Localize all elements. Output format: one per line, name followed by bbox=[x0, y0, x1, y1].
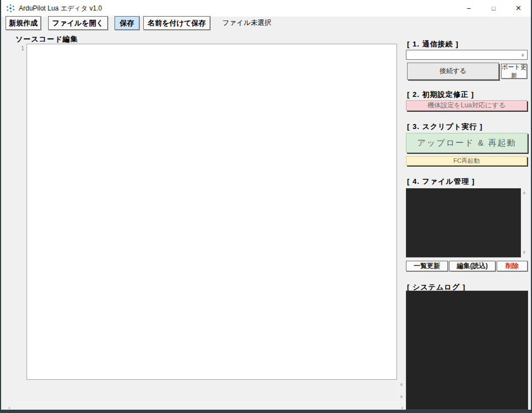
section-connection-header: [ 1. 通信接続 ] bbox=[407, 39, 458, 49]
connect-button[interactable]: 接続する bbox=[407, 63, 499, 80]
scroll-right-icon[interactable]: › bbox=[401, 405, 403, 410]
file-status-label: ファイル未選択 bbox=[222, 16, 272, 30]
delete-button[interactable]: 削除 bbox=[497, 261, 528, 271]
maximize-icon: □ bbox=[492, 5, 496, 12]
minimize-icon: − bbox=[466, 4, 471, 13]
open-file-button[interactable]: ファイルを開く bbox=[48, 16, 108, 30]
edit-load-button[interactable]: 編集(読込) bbox=[449, 261, 496, 271]
new-file-button[interactable]: 新規作成 bbox=[6, 16, 41, 30]
save-as-button[interactable]: 名前を付けて保存 bbox=[143, 16, 210, 30]
titlebar: ArduPilot Lua エディタ v1.0 − □ × bbox=[1, 0, 531, 17]
maximize-button[interactable]: □ bbox=[481, 0, 506, 17]
port-combobox[interactable]: ∨ bbox=[406, 50, 528, 60]
port-refresh-button[interactable]: ポート更新 bbox=[501, 64, 527, 79]
editor-vertical-scrollbar[interactable]: ∧ ∨ bbox=[397, 380, 406, 402]
close-button[interactable]: × bbox=[506, 0, 531, 17]
app-logo-dots-icon bbox=[6, 4, 15, 13]
scroll-down-icon[interactable]: ∨ bbox=[400, 395, 403, 399]
section-initial-settings-header: [ 2. 初期設定修正 ] bbox=[407, 90, 474, 100]
scroll-up-icon[interactable]: ∧ bbox=[523, 191, 526, 195]
scroll-down-icon[interactable]: ∨ bbox=[523, 250, 526, 255]
system-log-output bbox=[406, 291, 528, 410]
save-button[interactable]: 保存 bbox=[114, 16, 139, 30]
section-file-management-header: [ 4. ファイル管理 ] bbox=[407, 177, 475, 187]
list-refresh-button[interactable]: 一覧更新 bbox=[406, 261, 448, 271]
app-window: ArduPilot Lua エディタ v1.0 − □ × 新規作成 ファイルを… bbox=[1, 0, 531, 410]
upload-restart-button[interactable]: アップロード & 再起動 bbox=[406, 133, 528, 153]
line-number: 1 bbox=[15, 45, 24, 52]
section-script-run-header: [ 3. スクリプト実行 ] bbox=[407, 122, 483, 132]
minimize-button[interactable]: − bbox=[456, 0, 481, 17]
window-controls: − □ × bbox=[456, 0, 531, 17]
close-icon: × bbox=[516, 3, 521, 14]
window-title: ArduPilot Lua エディタ v1.0 bbox=[19, 4, 102, 13]
file-list-scrollbar[interactable]: ∧ ∨ bbox=[521, 188, 528, 257]
fc-restart-button[interactable]: FC再起動 bbox=[406, 156, 527, 166]
app-icon[interactable] bbox=[6, 4, 15, 13]
editor-section-label: ソースコード編集 bbox=[15, 34, 78, 44]
scroll-up-icon[interactable]: ∧ bbox=[400, 383, 403, 387]
editor-horizontal-scrollbar[interactable]: ‹ › bbox=[6, 402, 406, 410]
scroll-left-icon[interactable]: ‹ bbox=[8, 405, 11, 410]
source-code-editor[interactable] bbox=[27, 44, 397, 380]
chevron-down-icon: ∨ bbox=[521, 53, 524, 58]
file-listbox[interactable] bbox=[406, 188, 521, 257]
lua-setup-button[interactable]: 機体設定をLua対応にする bbox=[406, 100, 527, 111]
